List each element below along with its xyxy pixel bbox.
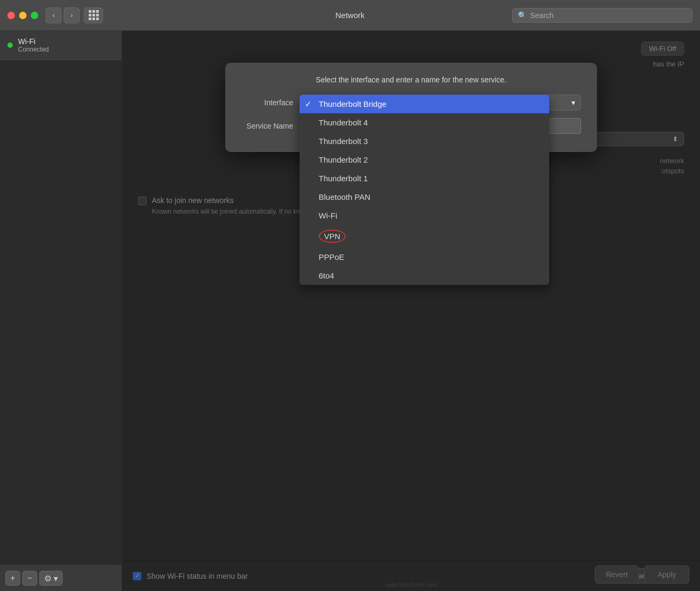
dropdown-item-label: Thunderbolt 2 xyxy=(319,155,368,164)
forward-button[interactable]: › xyxy=(64,7,80,23)
dropdown-item-thunderbolt-bridge[interactable]: ✓ Thunderbolt Bridge xyxy=(300,95,549,113)
search-bar: 🔍 xyxy=(512,8,693,23)
dropdown-item-thunderbolt1[interactable]: Thunderbolt 1 xyxy=(300,169,549,188)
dropdown-item-thunderbolt3[interactable]: Thunderbolt 3 xyxy=(300,132,549,150)
interface-row: Interface Thunderbolt Bridge ▾ ✓ Thunder… xyxy=(241,95,581,111)
interface-label: Interface xyxy=(241,98,300,107)
dropdown-arrow-icon: ▾ xyxy=(571,98,575,107)
sidebar: Wi-Fi Connected + − ⚙ ▾ xyxy=(0,31,122,591)
vpn-circle-label: VPN xyxy=(319,230,346,243)
traffic-lights xyxy=(7,12,38,19)
main-content: Wi-Fi Connected + − ⚙ ▾ Select the inter… xyxy=(0,31,700,591)
window-title: Network xyxy=(335,11,364,20)
dropdown-item-thunderbolt4[interactable]: Thunderbolt 4 xyxy=(300,113,549,132)
add-service-button[interactable]: + xyxy=(5,571,20,586)
dropdown-item-label: Thunderbolt 3 xyxy=(319,137,368,146)
dropdown-item-label: PPPoE xyxy=(319,252,344,261)
minimize-button[interactable] xyxy=(19,12,27,19)
network-status: Connected xyxy=(18,46,49,53)
check-icon: ✓ xyxy=(305,99,312,109)
dropdown-item-pppoe[interactable]: PPPoE xyxy=(300,248,549,266)
dropdown-item-thunderbolt2[interactable]: Thunderbolt 2 xyxy=(300,150,549,169)
close-button[interactable] xyxy=(7,12,15,19)
dropdown-item-label: Thunderbolt Bridge xyxy=(319,99,387,108)
gear-menu-button[interactable]: ⚙ ▾ xyxy=(39,571,63,586)
maximize-button[interactable] xyxy=(31,12,38,19)
nav-buttons: ‹ › xyxy=(46,7,80,23)
dropdown-item-wifi[interactable]: Wi-Fi xyxy=(300,206,549,225)
dropdown-item-bluetooth-pan[interactable]: Bluetooth PAN xyxy=(300,188,549,206)
search-icon: 🔍 xyxy=(518,11,527,20)
interface-dropdown-container: Thunderbolt Bridge ▾ ✓ Thunderbolt Bridg… xyxy=(300,95,581,111)
service-name-label: Service Name xyxy=(241,122,300,130)
network-info: Wi-Fi Connected xyxy=(18,37,49,53)
new-service-dialog: Select the interface and enter a name fo… xyxy=(225,63,597,152)
back-button[interactable]: ‹ xyxy=(46,7,62,23)
search-input[interactable] xyxy=(530,11,687,20)
grid-button[interactable] xyxy=(84,7,103,23)
status-indicator xyxy=(7,43,13,48)
dropdown-item-label: 6to4 xyxy=(319,271,334,280)
dropdown-item-6to4[interactable]: 6to4 xyxy=(300,266,549,285)
dropdown-item-label: Wi-Fi xyxy=(319,211,337,220)
dropdown-item-vpn[interactable]: VPN xyxy=(300,225,549,248)
remove-service-button[interactable]: − xyxy=(22,571,37,586)
dropdown-item-label: Thunderbolt 1 xyxy=(319,174,368,183)
sidebar-bottom: + − ⚙ ▾ xyxy=(0,565,122,591)
interface-dropdown-menu: ✓ Thunderbolt Bridge Thunderbolt 4 Thund… xyxy=(300,95,549,285)
dialog-title: Select the interface and enter a name fo… xyxy=(241,75,581,84)
network-name: Wi-Fi xyxy=(18,37,49,46)
titlebar: ‹ › Network 🔍 xyxy=(0,0,700,31)
dropdown-item-label: Bluetooth PAN xyxy=(319,192,370,201)
grid-icon xyxy=(89,10,99,20)
sidebar-item-wifi[interactable]: Wi-Fi Connected xyxy=(0,31,122,60)
dropdown-item-label: Thunderbolt 4 xyxy=(319,118,368,127)
right-panel: Select the interface and enter a name fo… xyxy=(122,31,700,591)
